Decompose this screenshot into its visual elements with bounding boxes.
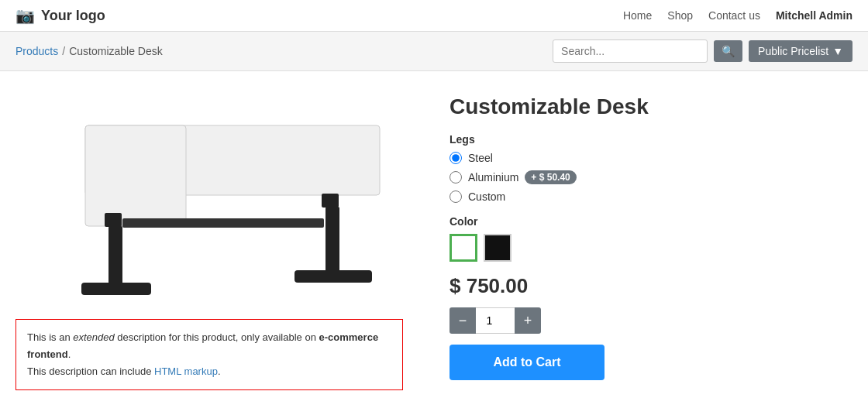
breadcrumb-separator: / (62, 45, 65, 57)
svg-rect-2 (108, 226, 122, 288)
quantity-increase-button[interactable]: + (515, 307, 541, 334)
legs-radio-aluminium[interactable] (450, 171, 462, 184)
breadcrumb-current: Customizable Desk (69, 45, 163, 57)
color-swatch-black[interactable] (484, 234, 512, 262)
nav-home[interactable]: Home (623, 9, 652, 22)
product-title: Customizable Desk (450, 94, 713, 119)
color-label: Color (450, 215, 713, 228)
svg-rect-7 (322, 194, 339, 208)
breadcrumb-products[interactable]: Products (16, 45, 58, 57)
svg-rect-1 (85, 125, 186, 226)
product-image (39, 87, 395, 304)
pricelist-label: Public Pricelist (758, 45, 828, 57)
camera-icon: 📷 (16, 6, 35, 25)
legs-option-steel[interactable]: Steel (450, 152, 713, 164)
legs-steel-label: Steel (468, 152, 493, 164)
desc-text5: . (218, 365, 221, 377)
svg-rect-8 (122, 218, 324, 228)
toolbar: Products / Customizable Desk 🔍 Public Pr… (0, 32, 868, 71)
color-swatches (450, 234, 713, 262)
desc-link[interactable]: HTML markup (154, 365, 218, 377)
svg-rect-3 (81, 283, 151, 295)
admin-name: Mitchell Admin (776, 9, 852, 22)
color-option-group: Color (450, 215, 713, 262)
svg-rect-4 (105, 213, 122, 227)
chevron-down-icon: ▼ (832, 45, 843, 57)
pricelist-button[interactable]: Public Pricelist ▼ (749, 40, 852, 62)
legs-aluminium-label: Aluminium (468, 171, 518, 184)
legs-radio-custom[interactable] (450, 190, 462, 203)
product-left: This is an extended description for this… (16, 87, 418, 390)
legs-label: Legs (450, 133, 713, 146)
product-image-container (16, 87, 418, 304)
quantity-row: − + (450, 307, 713, 334)
breadcrumb: Products / Customizable Desk (16, 45, 163, 57)
legs-option-aluminium[interactable]: Aluminium + $ 50.40 (450, 170, 713, 184)
nav-contact[interactable]: Contact us (708, 9, 760, 22)
search-area: 🔍 Public Pricelist ▼ (553, 39, 852, 63)
header: 📷 Your logo Home Shop Contact us Mitchel… (0, 0, 868, 32)
logo-text: Your logo (41, 8, 105, 24)
desc-text4: This description can include (27, 365, 154, 377)
nav-shop[interactable]: Shop (667, 9, 693, 22)
search-input[interactable] (553, 39, 708, 63)
legs-custom-label: Custom (468, 190, 505, 203)
svg-rect-6 (294, 270, 372, 283)
legs-radio-steel[interactable] (450, 152, 462, 164)
product-price: $ 750.00 (450, 274, 713, 298)
legs-option-group: Legs Steel Aluminium + $ 50.40 Custom (450, 133, 713, 203)
desc-text1: This is an (27, 331, 73, 343)
description-box: This is an extended description for this… (16, 319, 403, 390)
color-swatch-white[interactable] (450, 234, 477, 262)
desc-text2: description for this product, only avail… (115, 331, 319, 343)
logo: 📷 Your logo (16, 6, 105, 25)
desc-italic: extended (73, 331, 115, 343)
product-right: Customizable Desk Legs Steel Aluminium +… (450, 87, 713, 390)
legs-option-custom[interactable]: Custom (450, 190, 713, 203)
desk-svg (39, 91, 395, 300)
main-content: This is an extended description for this… (0, 71, 868, 398)
svg-rect-5 (326, 207, 339, 276)
search-button[interactable]: 🔍 (714, 40, 742, 62)
header-nav: Home Shop Contact us Mitchell Admin (623, 9, 852, 22)
add-to-cart-button[interactable]: Add to Cart (450, 345, 604, 380)
aluminium-badge: + $ 50.40 (525, 170, 576, 184)
desc-text3: . (68, 348, 71, 360)
quantity-input[interactable] (476, 307, 515, 334)
quantity-decrease-button[interactable]: − (450, 307, 476, 334)
